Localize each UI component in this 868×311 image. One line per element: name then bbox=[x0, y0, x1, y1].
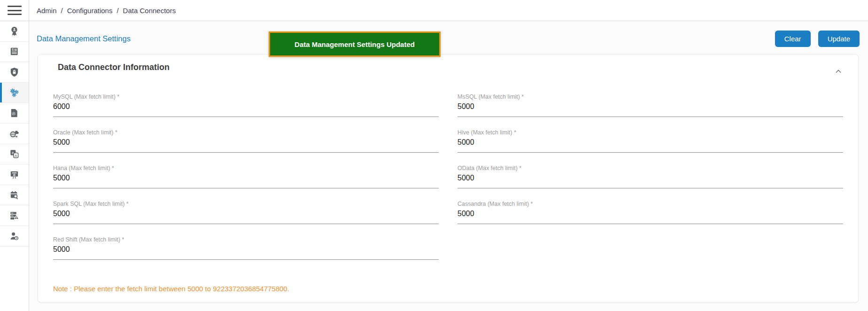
field-label: MsSQL (Max fetch limit) * bbox=[457, 93, 524, 100]
field-label: MySQL (Max fetch limit) * bbox=[53, 93, 119, 100]
sidebar-item-translation[interactable]: ã A bbox=[0, 144, 29, 165]
app-root: $ bbox=[0, 0, 868, 311]
content-region: Admin / Configurations / Data Connectors… bbox=[29, 0, 868, 311]
field-cassandra: Cassandra (Max fetch limit) * bbox=[457, 199, 843, 224]
hamburger-menu-button[interactable] bbox=[0, 0, 29, 21]
breadcrumb-separator: / bbox=[61, 7, 63, 15]
user-award-icon bbox=[9, 26, 20, 37]
field-hana: Hana (Max fetch limit) * bbox=[53, 163, 439, 188]
translation-icon: ã A bbox=[9, 148, 20, 159]
cassandra-fetch-limit-input[interactable] bbox=[457, 209, 843, 224]
sidebar-item-configurations[interactable] bbox=[0, 83, 29, 103]
success-toast: Data Management Settings Updated bbox=[269, 31, 441, 57]
field-label: Red Shift (Max fetch limit) * bbox=[53, 236, 124, 243]
breadcrumb-data-connectors: Data Connectors bbox=[123, 7, 176, 15]
user-activity-icon bbox=[9, 231, 20, 241]
spark-sql-fetch-limit-input[interactable] bbox=[53, 209, 439, 224]
fetch-limit-note: Note : Please enter the fetch limit betw… bbox=[53, 285, 843, 293]
clear-button[interactable]: Clear bbox=[775, 31, 811, 47]
sidebar-item-user-activity[interactable] bbox=[0, 226, 29, 247]
field-hive: Hive (Max fetch limit) * bbox=[457, 128, 843, 153]
hamburger-icon bbox=[8, 10, 22, 11]
toast-message: Data Management Settings Updated bbox=[294, 40, 415, 48]
field-label: Cassandra (Max fetch limit) * bbox=[457, 201, 533, 207]
data-transfer-globe-icon bbox=[9, 128, 20, 139]
field-label: Hana (Max fetch limit) * bbox=[53, 165, 114, 171]
field-label: OData (Max fetch limit) * bbox=[457, 165, 521, 171]
field-mysql: MySQL (Max fetch limit) * bbox=[53, 92, 439, 117]
main-area: Data Management Settings Updated Data Ma… bbox=[29, 21, 868, 311]
update-button[interactable]: Update bbox=[818, 31, 860, 47]
page-header: Data Management Settings Clear Update bbox=[29, 21, 868, 47]
data-connector-card: Data Connector Information MySQL (Max fe… bbox=[38, 54, 859, 303]
topbar: Admin / Configurations / Data Connectors bbox=[29, 0, 868, 21]
field-red-shift: Red Shift (Max fetch limit) * bbox=[53, 235, 439, 260]
breadcrumb-configurations[interactable]: Configurations bbox=[67, 7, 113, 15]
sidebar-item-security[interactable] bbox=[0, 62, 29, 83]
hamburger-icon bbox=[8, 14, 22, 15]
breadcrumb: Admin / Configurations / Data Connectors bbox=[37, 7, 176, 15]
red-shift-fetch-limit-input[interactable] bbox=[53, 244, 439, 260]
certificate-icon bbox=[9, 169, 20, 180]
sidebar-item-system-alerts[interactable] bbox=[0, 205, 29, 226]
field-mssql: MsSQL (Max fetch limit) * bbox=[457, 92, 843, 117]
fields-grid: MySQL (Max fetch limit) * MsSQL (Max fet… bbox=[53, 92, 843, 271]
field-spark-sql: Spark SQL (Max fetch limit) * bbox=[53, 199, 439, 224]
svg-text:$: $ bbox=[12, 48, 14, 52]
page-title: Data Management Settings bbox=[37, 34, 131, 43]
breadcrumb-admin[interactable]: Admin bbox=[37, 7, 57, 15]
sidebar-item-user-award[interactable] bbox=[0, 21, 29, 42]
sidebar: $ bbox=[0, 0, 29, 311]
odata-fetch-limit-input[interactable] bbox=[457, 173, 843, 188]
hive-fetch-limit-input[interactable] bbox=[457, 137, 843, 153]
chevron-up-icon bbox=[834, 67, 843, 76]
mysql-fetch-limit-input[interactable] bbox=[53, 101, 439, 117]
breadcrumb-separator: / bbox=[116, 7, 118, 15]
collapse-section-button[interactable] bbox=[833, 66, 844, 78]
sidebar-item-file-settings[interactable] bbox=[0, 103, 29, 124]
sidebar-item-billing[interactable]: $ bbox=[0, 42, 29, 62]
field-odata: OData (Max fetch limit) * bbox=[457, 163, 843, 188]
security-shield-icon bbox=[9, 67, 20, 78]
hamburger-icon bbox=[8, 6, 22, 7]
file-settings-icon bbox=[9, 108, 20, 118]
configurations-gears-icon bbox=[9, 87, 20, 98]
sidebar-item-data-transfer[interactable] bbox=[0, 124, 29, 144]
sidebar-item-certificate[interactable] bbox=[0, 164, 29, 185]
field-label: Spark SQL (Max fetch limit) * bbox=[53, 201, 129, 207]
sidebar-item-schedule-search[interactable] bbox=[0, 185, 29, 206]
hana-fetch-limit-input[interactable] bbox=[53, 173, 439, 188]
schedule-search-icon bbox=[9, 190, 20, 201]
svg-text:A: A bbox=[15, 154, 17, 158]
mssql-fetch-limit-input[interactable] bbox=[457, 101, 843, 117]
field-label: Oracle (Max fetch limit) * bbox=[53, 129, 117, 136]
server-alert-icon bbox=[9, 210, 20, 221]
oracle-fetch-limit-input[interactable] bbox=[53, 137, 439, 153]
card-title: Data Connector Information bbox=[58, 61, 843, 73]
field-oracle: Oracle (Max fetch limit) * bbox=[53, 128, 439, 153]
billing-invoice-icon: $ bbox=[9, 46, 20, 57]
field-label: Hive (Max fetch limit) * bbox=[457, 129, 516, 136]
